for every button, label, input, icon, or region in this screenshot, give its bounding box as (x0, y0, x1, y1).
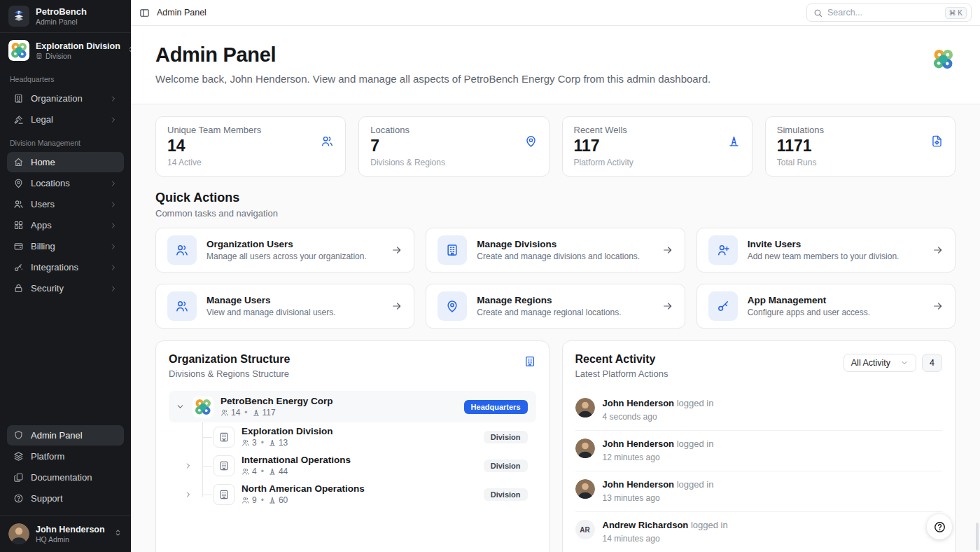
users-icon (241, 439, 250, 447)
org-structure-subtitle: Divisions & Regions Structure (169, 368, 536, 379)
arrow-right-icon (662, 244, 673, 256)
activity-action: logged in (677, 479, 714, 490)
avatar-initials: AR (575, 520, 595, 539)
activity-time: 14 minutes ago (603, 534, 728, 544)
tree-node-international-operations[interactable]: International Operations 4 • 44 Division (214, 451, 536, 480)
stat-card-simulations: Simulations 1171 Total Runs (765, 116, 955, 177)
stat-sub: 14 Active (167, 158, 334, 167)
sidebar-item-users[interactable]: Users (7, 194, 124, 214)
stat-label: Recent Wells (574, 125, 741, 135)
activity-user: Andrew Richardson (603, 520, 689, 530)
node-user-count: 4 (252, 467, 257, 476)
main-area: Admin Panel ⌘ K Admin Panel Welcome back… (131, 0, 980, 552)
help-button[interactable] (927, 514, 952, 539)
sidebar-item-billing[interactable]: Billing (7, 236, 124, 256)
building-icon (214, 484, 234, 505)
shield-icon (13, 430, 24, 441)
stat-label: Locations (370, 125, 537, 135)
user-menu[interactable]: John Henderson HQ Admin (0, 515, 131, 552)
chevron-right-icon (109, 242, 118, 251)
recent-activity-card: Recent Activity Latest Platform Actions … (562, 340, 956, 552)
division-selector[interactable]: Exploration Division Division (0, 33, 131, 68)
sidebar-item-support[interactable]: Support (7, 488, 124, 509)
sidebar-toggle-icon[interactable] (139, 8, 150, 18)
gavel-icon (13, 114, 24, 125)
quick-action-invite-users[interactable]: Invite Users Add new team members to you… (696, 228, 955, 272)
organization-structure-card: Organization Structure Divisions & Regio… (155, 340, 550, 552)
sidebar-item-legal[interactable]: Legal (7, 109, 124, 130)
sidebar-item-admin-panel[interactable]: Admin Panel (7, 425, 124, 446)
search-box[interactable]: ⌘ K (806, 4, 972, 22)
quick-action-manage-divisions[interactable]: Manage Divisions Create and manage divis… (426, 228, 685, 272)
stat-card-locations: Locations 7 Divisions & Regions (358, 116, 549, 177)
division-type: Division (46, 52, 71, 60)
stat-sub: Total Runs (777, 158, 944, 167)
quick-action-title: Manage Divisions (477, 239, 640, 249)
sidebar-item-label: Locations (31, 178, 70, 188)
activity-user: John Henderson (603, 398, 675, 408)
sidebar-item-locations[interactable]: Locations (7, 173, 124, 193)
users-icon (220, 408, 229, 417)
sidebar-item-label: Documentation (31, 472, 92, 483)
activity-item: John Henderson logged in 4 seconds ago (575, 390, 943, 431)
user-role: HQ Admin (36, 535, 105, 544)
tree-node-petrobench-energy-corp[interactable]: PetroBench Energy Corp 14 • 117 Headquar… (169, 391, 536, 422)
sidebar: PetroBench Admin Panel Exploration Divis… (0, 0, 131, 552)
user-name: John Henderson (36, 525, 105, 534)
activity-action: logged in (677, 398, 714, 408)
quick-action-organization-users[interactable]: Organization Users Manage all users acro… (155, 228, 414, 272)
quick-action-manage-regions[interactable]: Manage Regions Create and manage regiona… (426, 284, 685, 329)
derrick-icon (252, 408, 260, 417)
map-pin-icon (13, 178, 24, 188)
node-well-count: 44 (279, 467, 288, 476)
welcome-section: Admin Panel Welcome back, John Henderson… (131, 26, 980, 104)
petrobench-logo-icon (8, 6, 29, 27)
map-pin-icon (438, 291, 467, 321)
chevron-right-icon (109, 284, 118, 293)
page-subtitle: Welcome back, John Henderson. View and m… (155, 73, 955, 85)
quick-action-manage-users[interactable]: Manage Users View and manage divisional … (155, 284, 414, 329)
scrollbar-thumb[interactable] (976, 523, 979, 551)
activity-item: John Henderson logged in 12 minutes ago (575, 431, 943, 471)
sidebar-item-label: Admin Panel (31, 430, 83, 441)
chevron-down-icon[interactable] (174, 402, 186, 411)
division-badge: Division (484, 460, 528, 472)
users-icon (321, 134, 334, 151)
home-icon (13, 157, 24, 167)
arrow-right-icon (391, 244, 402, 256)
chevron-right-icon (109, 116, 118, 124)
sidebar-item-security[interactable]: Security (7, 278, 124, 298)
chevron-right-icon[interactable] (184, 462, 192, 470)
key-spark-icon (13, 262, 24, 272)
sidebar-item-documentation[interactable]: Documentation (7, 467, 124, 488)
users-icon (241, 467, 250, 476)
separator-dot: • (244, 408, 247, 418)
sidebar-item-organization[interactable]: Organization (7, 88, 124, 109)
activity-filter-dropdown[interactable]: All Activity (844, 354, 916, 372)
stats-row: Unique Team Members 14 14 Active Locatio… (155, 116, 955, 177)
stat-value: 14 (167, 137, 334, 156)
activity-time: 13 minutes ago (603, 493, 714, 503)
tree-node-exploration-division[interactable]: Exploration Division 3 • 13 Division (214, 422, 536, 451)
quick-action-title: App Management (748, 295, 870, 305)
quick-action-title: Organization Users (206, 239, 367, 249)
activity-user: John Henderson (603, 439, 675, 449)
key-icon (708, 291, 738, 321)
chevron-right-icon[interactable] (184, 490, 192, 499)
activity-count-badge: 4 (922, 354, 942, 372)
building-icon (524, 355, 536, 371)
sidebar-item-integrations[interactable]: Integrations (7, 257, 124, 277)
sidebar-item-platform[interactable]: Platform (7, 446, 124, 467)
tree-node-name: North American Operations (241, 483, 365, 494)
division-logo-icon (8, 40, 29, 61)
search-input[interactable] (827, 8, 940, 18)
topbar-title: Admin Panel (157, 8, 206, 18)
activity-filter-label: All Activity (851, 358, 890, 368)
quick-action-app-management[interactable]: App Management Configure apps and user a… (696, 284, 955, 329)
sidebar-item-apps[interactable]: Apps (7, 215, 124, 235)
sidebar-item-home[interactable]: Home (7, 152, 124, 172)
avatar (575, 439, 595, 458)
activity-time: 12 minutes ago (603, 453, 714, 462)
tree-node-north-american-operations[interactable]: North American Operations 9 • 60 Divisio… (214, 480, 536, 509)
building-icon (214, 427, 234, 448)
